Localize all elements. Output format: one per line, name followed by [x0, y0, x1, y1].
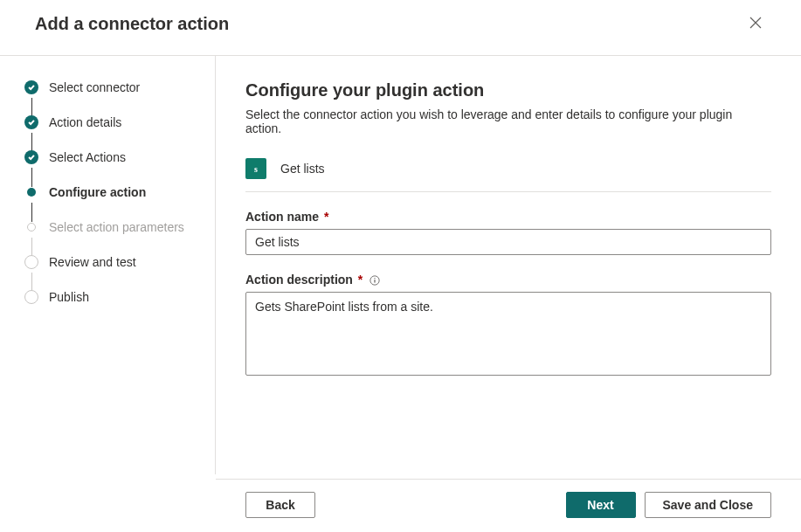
action-name-field-group: Action name *	[245, 210, 771, 255]
step-select-connector[interactable]: Select connector	[24, 80, 201, 94]
close-button[interactable]	[745, 12, 766, 36]
required-indicator: *	[321, 210, 328, 224]
check-icon	[24, 150, 38, 164]
page-subtitle: Select the connector action you wish to …	[245, 107, 771, 135]
current-step-marker	[27, 188, 36, 197]
step-configure-action[interactable]: Configure action	[24, 185, 201, 199]
required-indicator: *	[355, 273, 363, 287]
info-icon[interactable]	[369, 275, 380, 286]
back-button[interactable]: Back	[245, 492, 315, 518]
step-label: Select Actions	[49, 150, 126, 164]
sharepoint-icon: s	[245, 158, 266, 179]
action-description-label: Action description *	[245, 273, 771, 287]
dialog-body: Select connector Action details Select A…	[0, 56, 801, 474]
close-icon	[749, 16, 763, 32]
svg-point-1	[374, 278, 375, 279]
step-label: Configure action	[49, 185, 146, 199]
check-icon	[24, 115, 38, 129]
upcoming-step-marker	[24, 290, 38, 304]
step-label: Action details	[49, 115, 121, 129]
step-label: Select connector	[49, 80, 140, 94]
svg-rect-2	[375, 280, 376, 282]
step-label: Review and test	[49, 255, 136, 269]
step-select-action-params: Select action parameters	[24, 220, 201, 234]
action-name-input[interactable]	[245, 229, 771, 255]
footer-right-buttons: Next Save and Close	[566, 492, 772, 518]
selected-action-row: s Get lists	[245, 158, 771, 192]
action-description-field-group: Action description *	[245, 273, 771, 379]
dialog-title: Add a connector action	[35, 14, 229, 34]
next-button[interactable]: Next	[566, 492, 636, 518]
step-action-details[interactable]: Action details	[24, 115, 201, 129]
selected-action-name: Get lists	[280, 162, 325, 176]
step-select-actions[interactable]: Select Actions	[24, 150, 201, 164]
step-review-test: Review and test	[24, 255, 201, 269]
pending-step-marker	[27, 223, 36, 231]
page-title: Configure your plugin action	[245, 80, 771, 100]
check-icon	[24, 80, 38, 94]
step-label: Select action parameters	[49, 220, 184, 234]
action-name-label: Action name *	[245, 210, 771, 224]
step-list: Select connector Action details Select A…	[24, 80, 201, 304]
dialog-footer: Back Next Save and Close	[216, 479, 801, 532]
step-publish: Publish	[24, 290, 201, 304]
wizard-sidebar: Select connector Action details Select A…	[0, 56, 216, 474]
main-content: Configure your plugin action Select the …	[216, 56, 801, 474]
upcoming-step-marker	[24, 255, 38, 269]
save-and-close-button[interactable]: Save and Close	[645, 492, 772, 518]
action-description-input[interactable]	[245, 292, 771, 376]
dialog-header: Add a connector action	[0, 0, 801, 56]
step-label: Publish	[49, 290, 89, 304]
